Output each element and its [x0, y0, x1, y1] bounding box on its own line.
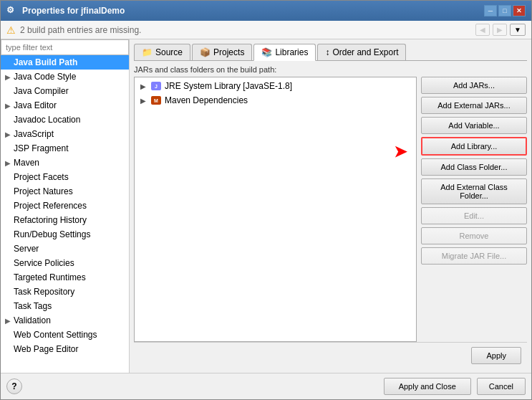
panel-label: JARs and class folders on the build path… [134, 65, 527, 74]
forward-button[interactable]: ▶ [493, 24, 507, 36]
minimize-button[interactable]: ─ [484, 5, 497, 16]
filter-input[interactable] [1, 39, 129, 55]
sidebar-item-task-tags[interactable]: Task Tags [1, 299, 129, 313]
expand-icon: ▶ [5, 130, 14, 138]
navigation-area: ◀ ▶ ▼ [475, 24, 526, 36]
warning-icon: ⚠ [6, 24, 16, 36]
panel-body: ▶JJRE System Library [JavaSE-1.8]▶MMaven… [134, 77, 527, 342]
jre-icon: J [150, 81, 162, 91]
footer-left: ? [6, 378, 22, 394]
close-button[interactable]: ✕ [513, 5, 526, 16]
window-title: Properties for jfinalDemo [22, 6, 484, 16]
tab-projects[interactable]: 📦Projects [192, 44, 252, 60]
sidebar-item-label: Validation [14, 315, 51, 325]
sidebar-item-label: Refactoring History [14, 215, 87, 225]
sidebar-item-run-debug-settings[interactable]: Run/Debug Settings [1, 227, 129, 242]
tab-icon: 📚 [261, 47, 272, 57]
tree-item-label: JRE System Library [JavaSE-1.8] [165, 81, 292, 91]
sidebar-item-web-page-editor[interactable]: Web Page Editor [1, 342, 129, 356]
add-class-folder-button[interactable]: Add Class Folder... [421, 158, 527, 176]
warning-text: 2 build path entries are missing. [20, 25, 141, 35]
expand-icon: ▶ [5, 73, 14, 81]
back-button[interactable]: ◀ [475, 24, 490, 36]
sidebar-item-java-editor[interactable]: ▶ Java Editor [1, 98, 129, 113]
tree-expand-icon: ▶ [140, 97, 147, 105]
sidebar-item-targeted-runtimes[interactable]: Targeted Runtimes [1, 270, 129, 285]
apply-bar: Apply [134, 342, 527, 368]
expand-icon: ▶ [5, 102, 14, 110]
tab-icon: 📁 [142, 47, 153, 57]
sidebar-item-label: Service Policies [14, 258, 74, 268]
tree-item-jre[interactable]: ▶JJRE System Library [JavaSE-1.8] [136, 79, 415, 93]
sidebar-item-javascript[interactable]: ▶ JavaScript [1, 127, 129, 141]
tree-item-maven[interactable]: ▶MMaven Dependencies [136, 93, 415, 108]
dialog-content: ⚠ 2 build path entries are missing. ◀ ▶ … [1, 21, 531, 399]
highlight-arrow: ➤ [394, 143, 407, 161]
sidebar-item-label: Run/Debug Settings [14, 229, 90, 239]
tree-expand-icon: ▶ [140, 82, 147, 90]
maven-icon: M [150, 95, 162, 105]
sidebar-item-label: Project References [14, 201, 87, 211]
sidebar-item-java-code-style[interactable]: ▶ Java Code Style [1, 70, 129, 84]
tab-order-and-export[interactable]: ↕Order and Export [317, 44, 406, 60]
tab-icon: 📦 [200, 47, 211, 57]
main-area: Java Build Path▶ Java Code Style Java Co… [1, 39, 531, 373]
expand-icon: ▶ [5, 159, 14, 167]
sidebar-item-java-compiler[interactable]: Java Compiler [1, 84, 129, 98]
sidebar-item-validation[interactable]: ▶ Validation [1, 313, 129, 328]
sidebar-item-label: JSP Fragment [14, 143, 68, 153]
sidebar-item-label: Project Facets [14, 172, 69, 182]
sidebar-item-service-policies[interactable]: Service Policies [1, 256, 129, 270]
add-external-jars-button[interactable]: Add External JARs... [421, 97, 527, 114]
add-library-button[interactable]: Add Library... [421, 137, 527, 156]
sidebar-item-label: Project Natures [14, 186, 73, 196]
window-controls: ─ □ ✕ [484, 5, 526, 16]
edit-button[interactable]: Edit... [421, 207, 527, 224]
sidebar-item-project-natures[interactable]: Project Natures [1, 184, 129, 199]
migrate-jar-button[interactable]: Migrate JAR File... [421, 247, 527, 265]
help-button[interactable]: ? [6, 378, 22, 394]
action-buttons: Add JARs... Add External JARs... Add Var… [421, 77, 527, 265]
add-external-class-folder-button[interactable]: Add External Class Folder... [421, 178, 527, 204]
tab-label: Libraries [275, 47, 308, 57]
nav-dropdown-button[interactable]: ▼ [510, 24, 526, 36]
sidebar-item-web-content-settings[interactable]: Web Content Settings [1, 328, 129, 342]
sidebar-item-maven[interactable]: ▶ Maven [1, 156, 129, 170]
tree-item-label: Maven Dependencies [165, 95, 248, 105]
sidebar-item-server[interactable]: Server [1, 242, 129, 256]
sidebar-item-label: Javadoc Location [14, 115, 80, 125]
add-jars-button[interactable]: Add JARs... [421, 77, 527, 94]
tab-label: Order and Export [332, 47, 398, 57]
sidebar-item-javadoc-location[interactable]: Javadoc Location [1, 113, 129, 127]
sidebar-item-label: Maven [14, 158, 39, 168]
right-panel: 📁Source📦Projects📚Libraries↕Order and Exp… [130, 39, 531, 373]
apply-button[interactable]: Apply [471, 347, 521, 364]
warning-bar: ⚠ 2 build path entries are missing. ◀ ▶ … [1, 21, 531, 39]
apply-close-button[interactable]: Apply and Close [384, 378, 471, 395]
tab-icon: ↕ [325, 47, 329, 57]
sidebar-item-label: Server [14, 244, 39, 254]
button-panel-wrapper: ➤ Add JARs... Add External JARs... Add V… [421, 77, 527, 342]
sidebar-item-label: Web Page Editor [14, 344, 79, 354]
remove-button[interactable]: Remove [421, 227, 527, 244]
sidebar-item-refactoring-history[interactable]: Refactoring History [1, 213, 129, 227]
tab-libraries[interactable]: 📚Libraries [253, 44, 316, 61]
build-path-tree[interactable]: ▶JJRE System Library [JavaSE-1.8]▶MMaven… [134, 77, 417, 342]
sidebar-item-jsp-fragment[interactable]: JSP Fragment [1, 141, 129, 156]
maximize-button[interactable]: □ [498, 5, 511, 16]
cancel-button[interactable]: Cancel [477, 378, 526, 395]
sidebar-item-label: Java Code Style [14, 72, 76, 82]
sidebar: Java Build Path▶ Java Code Style Java Co… [1, 39, 130, 373]
properties-window: ⚙ Properties for jfinalDemo ─ □ ✕ ⚠ 2 bu… [0, 0, 532, 400]
sidebar-item-project-facets[interactable]: Project Facets [1, 170, 129, 184]
expand-icon: ▶ [5, 317, 14, 325]
add-variable-button[interactable]: Add Variable... [421, 117, 527, 134]
sidebar-item-task-repository[interactable]: Task Repository [1, 285, 129, 299]
tab-bar: 📁Source📦Projects📚Libraries↕Order and Exp… [134, 44, 527, 61]
sidebar-item-label: Web Content Settings [14, 330, 97, 340]
sidebar-item-label: Task Repository [14, 287, 74, 297]
tab-source[interactable]: 📁Source [134, 44, 190, 60]
sidebar-item-project-references[interactable]: Project References [1, 199, 129, 213]
sidebar-item-label: Java Editor [14, 100, 57, 110]
sidebar-item-java-build-path[interactable]: Java Build Path [1, 55, 129, 70]
